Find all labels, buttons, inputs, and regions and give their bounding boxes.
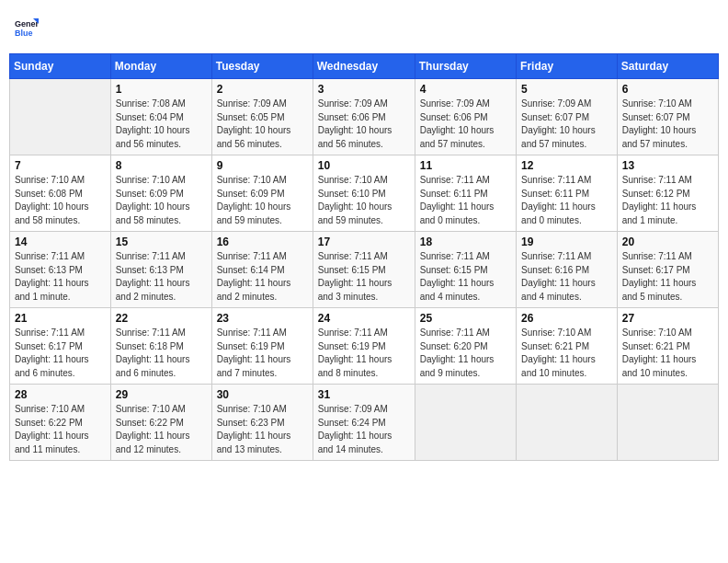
- day-info: Sunrise: 7:10 AM Sunset: 6:21 PM Dayligh…: [521, 327, 612, 380]
- day-info: Sunrise: 7:10 AM Sunset: 6:07 PM Dayligh…: [622, 98, 713, 151]
- day-number: 21: [15, 312, 106, 325]
- calendar-cell: 7Sunrise: 7:10 AM Sunset: 6:08 PM Daylig…: [10, 155, 111, 232]
- svg-text:Blue: Blue: [15, 29, 33, 38]
- day-number: 14: [15, 236, 106, 248]
- day-number: 19: [521, 236, 612, 248]
- day-info: Sunrise: 7:10 AM Sunset: 6:22 PM Dayligh…: [15, 403, 106, 456]
- calendar-cell: 14Sunrise: 7:11 AM Sunset: 6:13 PM Dayli…: [10, 232, 111, 308]
- day-number: 26: [521, 312, 612, 325]
- day-number: 9: [217, 159, 308, 172]
- day-info: Sunrise: 7:10 AM Sunset: 6:21 PM Dayligh…: [622, 327, 713, 380]
- day-info: Sunrise: 7:11 AM Sunset: 6:13 PM Dayligh…: [116, 250, 207, 304]
- day-number: 6: [622, 83, 713, 96]
- calendar-cell: 18Sunrise: 7:11 AM Sunset: 6:15 PM Dayli…: [415, 232, 516, 308]
- day-number: 28: [15, 388, 106, 401]
- day-number: 18: [420, 236, 511, 248]
- calendar-table: SundayMondayTuesdayWednesdayThursdayFrid…: [9, 53, 719, 461]
- calendar-cell: 2Sunrise: 7:09 AM Sunset: 6:05 PM Daylig…: [211, 79, 313, 155]
- calendar-cell: 10Sunrise: 7:10 AM Sunset: 6:10 PM Dayli…: [313, 155, 415, 232]
- calendar-header: SundayMondayTuesdayWednesdayThursdayFrid…: [10, 54, 719, 79]
- day-info: Sunrise: 7:10 AM Sunset: 6:10 PM Dayligh…: [318, 174, 410, 227]
- calendar-cell: 15Sunrise: 7:11 AM Sunset: 6:13 PM Dayli…: [110, 232, 211, 308]
- day-info: Sunrise: 7:11 AM Sunset: 6:19 PM Dayligh…: [217, 327, 308, 380]
- day-number: 24: [318, 312, 410, 325]
- calendar-cell: 11Sunrise: 7:11 AM Sunset: 6:11 PM Dayli…: [415, 155, 516, 232]
- calendar-cell: 16Sunrise: 7:11 AM Sunset: 6:14 PM Dayli…: [211, 232, 313, 308]
- day-number: 8: [116, 159, 207, 172]
- calendar-cell: 23Sunrise: 7:11 AM Sunset: 6:19 PM Dayli…: [211, 308, 313, 385]
- day-info: Sunrise: 7:11 AM Sunset: 6:17 PM Dayligh…: [622, 250, 713, 304]
- calendar-cell: 6Sunrise: 7:10 AM Sunset: 6:07 PM Daylig…: [617, 79, 718, 155]
- day-number: 4: [420, 83, 511, 96]
- day-info: Sunrise: 7:11 AM Sunset: 6:15 PM Dayligh…: [420, 250, 511, 304]
- day-number: 1: [116, 83, 207, 96]
- day-info: Sunrise: 7:11 AM Sunset: 6:12 PM Dayligh…: [622, 174, 713, 227]
- calendar-cell: 1Sunrise: 7:08 AM Sunset: 6:04 PM Daylig…: [110, 79, 211, 155]
- page-header: General Blue: [9, 9, 719, 46]
- calendar-cell: 25Sunrise: 7:11 AM Sunset: 6:20 PM Dayli…: [415, 308, 516, 385]
- day-number: 30: [217, 388, 308, 401]
- weekday-header-saturday: Saturday: [617, 54, 718, 79]
- day-number: 23: [217, 312, 308, 325]
- weekday-header-monday: Monday: [110, 54, 211, 79]
- day-number: 31: [318, 388, 410, 401]
- day-number: 12: [521, 159, 612, 172]
- calendar-cell: 4Sunrise: 7:09 AM Sunset: 6:06 PM Daylig…: [415, 79, 516, 155]
- calendar-cell: 20Sunrise: 7:11 AM Sunset: 6:17 PM Dayli…: [617, 232, 718, 308]
- weekday-header-wednesday: Wednesday: [313, 54, 415, 79]
- calendar-cell: 3Sunrise: 7:09 AM Sunset: 6:06 PM Daylig…: [313, 79, 415, 155]
- calendar-week-row: 14Sunrise: 7:11 AM Sunset: 6:13 PM Dayli…: [10, 232, 719, 308]
- day-info: Sunrise: 7:09 AM Sunset: 6:06 PM Dayligh…: [420, 98, 511, 151]
- day-info: Sunrise: 7:11 AM Sunset: 6:13 PM Dayligh…: [15, 250, 106, 304]
- day-number: 15: [116, 236, 207, 248]
- calendar-cell: 30Sunrise: 7:10 AM Sunset: 6:23 PM Dayli…: [211, 385, 313, 461]
- day-info: Sunrise: 7:11 AM Sunset: 6:14 PM Dayligh…: [217, 250, 308, 304]
- calendar-cell: 31Sunrise: 7:09 AM Sunset: 6:24 PM Dayli…: [313, 385, 415, 461]
- logo-icon: General Blue: [13, 15, 39, 40]
- calendar-cell: 13Sunrise: 7:11 AM Sunset: 6:12 PM Dayli…: [617, 155, 718, 232]
- day-info: Sunrise: 7:10 AM Sunset: 6:22 PM Dayligh…: [116, 403, 207, 456]
- day-number: 27: [622, 312, 713, 325]
- calendar-cell: [617, 385, 718, 461]
- day-info: Sunrise: 7:09 AM Sunset: 6:24 PM Dayligh…: [318, 403, 410, 456]
- day-info: Sunrise: 7:10 AM Sunset: 6:09 PM Dayligh…: [217, 174, 308, 227]
- calendar-body: 1Sunrise: 7:08 AM Sunset: 6:04 PM Daylig…: [10, 79, 719, 461]
- weekday-header-tuesday: Tuesday: [211, 54, 313, 79]
- weekday-header-sunday: Sunday: [10, 54, 111, 79]
- day-info: Sunrise: 7:11 AM Sunset: 6:20 PM Dayligh…: [420, 327, 511, 380]
- day-info: Sunrise: 7:11 AM Sunset: 6:11 PM Dayligh…: [521, 174, 612, 227]
- calendar-cell: 19Sunrise: 7:11 AM Sunset: 6:16 PM Dayli…: [517, 232, 618, 308]
- day-number: 22: [116, 312, 207, 325]
- calendar-cell: 28Sunrise: 7:10 AM Sunset: 6:22 PM Dayli…: [10, 385, 111, 461]
- calendar-cell: 17Sunrise: 7:11 AM Sunset: 6:15 PM Dayli…: [313, 232, 415, 308]
- day-number: 2: [217, 83, 308, 96]
- calendar-cell: 22Sunrise: 7:11 AM Sunset: 6:18 PM Dayli…: [110, 308, 211, 385]
- day-info: Sunrise: 7:11 AM Sunset: 6:15 PM Dayligh…: [318, 250, 410, 304]
- day-info: Sunrise: 7:10 AM Sunset: 6:08 PM Dayligh…: [15, 174, 106, 227]
- calendar-week-row: 1Sunrise: 7:08 AM Sunset: 6:04 PM Daylig…: [10, 79, 719, 155]
- calendar-week-row: 7Sunrise: 7:10 AM Sunset: 6:08 PM Daylig…: [10, 155, 719, 232]
- day-number: 29: [116, 388, 207, 401]
- svg-text:General: General: [15, 19, 39, 29]
- day-number: 13: [622, 159, 713, 172]
- calendar-cell: 21Sunrise: 7:11 AM Sunset: 6:17 PM Dayli…: [10, 308, 111, 385]
- calendar-cell: 24Sunrise: 7:11 AM Sunset: 6:19 PM Dayli…: [313, 308, 415, 385]
- day-info: Sunrise: 7:10 AM Sunset: 6:23 PM Dayligh…: [217, 403, 308, 456]
- day-number: 17: [318, 236, 410, 248]
- day-number: 10: [318, 159, 410, 172]
- weekday-header-thursday: Thursday: [415, 54, 516, 79]
- day-number: 5: [521, 83, 612, 96]
- day-info: Sunrise: 7:11 AM Sunset: 6:17 PM Dayligh…: [15, 327, 106, 380]
- day-info: Sunrise: 7:09 AM Sunset: 6:06 PM Dayligh…: [318, 98, 410, 151]
- day-number: 16: [217, 236, 308, 248]
- day-info: Sunrise: 7:09 AM Sunset: 6:07 PM Dayligh…: [521, 98, 612, 151]
- calendar-week-row: 28Sunrise: 7:10 AM Sunset: 6:22 PM Dayli…: [10, 385, 719, 461]
- weekday-header-row: SundayMondayTuesdayWednesdayThursdayFrid…: [10, 54, 719, 79]
- calendar-cell: 27Sunrise: 7:10 AM Sunset: 6:21 PM Dayli…: [617, 308, 718, 385]
- calendar-cell: 9Sunrise: 7:10 AM Sunset: 6:09 PM Daylig…: [211, 155, 313, 232]
- calendar-cell: [415, 385, 516, 461]
- calendar-week-row: 21Sunrise: 7:11 AM Sunset: 6:17 PM Dayli…: [10, 308, 719, 385]
- logo: General Blue: [13, 15, 42, 40]
- calendar-cell: [517, 385, 618, 461]
- day-number: 3: [318, 83, 410, 96]
